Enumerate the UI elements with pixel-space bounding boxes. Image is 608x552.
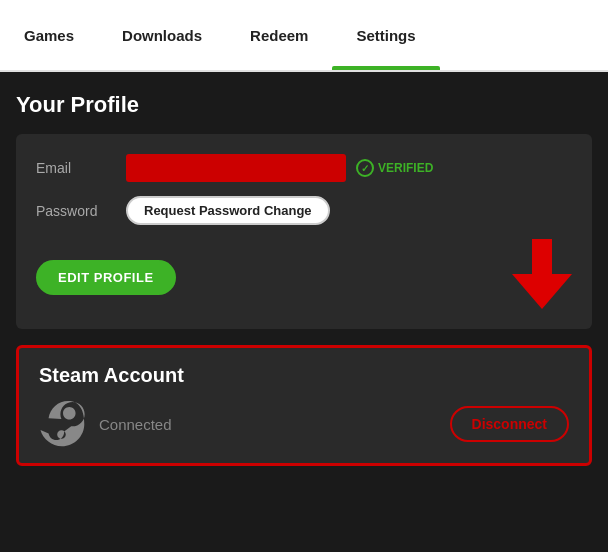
down-arrow-icon (512, 239, 572, 309)
verified-icon: ✓ (356, 159, 374, 177)
disconnect-button[interactable]: Disconnect (450, 406, 569, 442)
steam-account-card: Steam Account Connected Disconnect (16, 345, 592, 466)
navbar: Games Downloads Redeem Settings (0, 0, 608, 72)
profile-bottom-row: EDIT PROFILE (36, 239, 572, 309)
nav-item-redeem[interactable]: Redeem (226, 0, 332, 70)
nav-item-downloads[interactable]: Downloads (98, 0, 226, 70)
svg-marker-1 (512, 274, 572, 309)
profile-section-title: Your Profile (16, 92, 592, 118)
arrow-container (512, 239, 572, 309)
main-content: Your Profile Email ✓ VERIFIED Password R… (0, 72, 608, 552)
password-row: Password Request Password Change (36, 196, 572, 225)
request-password-change-button[interactable]: Request Password Change (126, 196, 330, 225)
nav-item-settings[interactable]: Settings (332, 0, 439, 70)
steam-logo-icon (39, 401, 85, 447)
password-label: Password (36, 203, 126, 219)
edit-profile-button[interactable]: EDIT PROFILE (36, 260, 176, 295)
email-row: Email ✓ VERIFIED (36, 154, 572, 182)
steam-row: Connected Disconnect (39, 401, 569, 447)
email-input[interactable] (126, 154, 346, 182)
email-label: Email (36, 160, 126, 176)
verified-text: VERIFIED (378, 161, 433, 175)
verified-badge: ✓ VERIFIED (356, 159, 433, 177)
svg-rect-0 (532, 239, 552, 277)
steam-left: Connected (39, 401, 172, 447)
profile-card: Email ✓ VERIFIED Password Request Passwo… (16, 134, 592, 329)
connected-text: Connected (99, 416, 172, 433)
nav-item-games[interactable]: Games (0, 0, 98, 70)
steam-section-title: Steam Account (39, 364, 569, 387)
